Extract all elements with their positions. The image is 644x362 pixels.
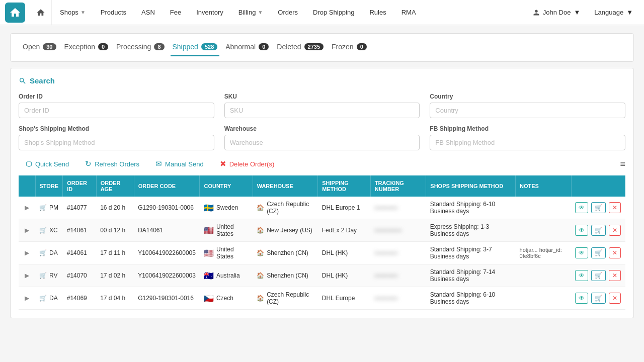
delete-icon: ✖ xyxy=(220,159,226,168)
shop-shipping-input[interactable] xyxy=(19,135,214,150)
row-shipping-method: FedEx 2 Day xyxy=(318,219,371,242)
billing-caret-icon: ▼ xyxy=(258,10,263,15)
row-delete-button[interactable]: ✕ xyxy=(609,270,621,281)
row-delete-button[interactable]: ✕ xyxy=(609,225,621,236)
country-flag-icon: 🇦🇺 xyxy=(204,271,214,281)
row-expand-button[interactable]: ▶ xyxy=(23,294,31,303)
row-view-button[interactable]: 👁 xyxy=(575,202,588,213)
row-view-button[interactable]: 👁 xyxy=(575,270,588,281)
nav-shops[interactable]: Shops ▼ xyxy=(53,0,93,25)
tab-shipped[interactable]: Shipped 528 xyxy=(171,40,220,56)
table-row: ▶ 🛒 PM #14077 16 d 20 h G1290-190301-000… xyxy=(19,197,625,219)
table-row: ▶ 🛒 DA #14069 17 d 04 h G1290-190301-001… xyxy=(19,287,625,310)
order-id-group: Order ID xyxy=(19,93,214,118)
quick-send-icon: ⬡ xyxy=(26,159,32,168)
warehouse-group: Warehouse xyxy=(224,125,420,150)
nav-orders[interactable]: Orders xyxy=(271,0,305,25)
row-view-button[interactable]: 👁 xyxy=(575,293,588,304)
col-tracking-number: TRACKING NUMBER xyxy=(370,175,426,197)
row-warehouse: 🏠 Czech Republic (CZ) xyxy=(253,197,318,219)
row-delete-button[interactable]: ✕ xyxy=(609,247,621,258)
quick-send-button[interactable]: ⬡ Quick Send xyxy=(19,156,76,171)
delete-orders-button[interactable]: ✖ Delete Order(s) xyxy=(213,156,282,171)
logo[interactable] xyxy=(5,3,25,23)
warehouse-input[interactable] xyxy=(224,135,420,150)
nav-products[interactable]: Products xyxy=(94,0,133,25)
nav-rma[interactable]: RMA xyxy=(394,0,423,25)
row-country: 🇦🇺 Australia xyxy=(200,264,253,287)
table-header-row: STORE ORDER ID ORDER AGE ORDER CODE COUN… xyxy=(19,175,625,197)
warehouse-icon: 🏠 xyxy=(257,272,264,279)
tabs-bar: Open 30 Exception 0 Processing 8 Shipped… xyxy=(10,33,634,62)
row-shipping-method: DHL Europe 1 xyxy=(318,197,371,219)
row-tracking-number: •••••••••••• xyxy=(370,197,426,219)
home-nav-item[interactable] xyxy=(30,0,52,25)
tab-frozen[interactable]: Frozen 0 xyxy=(330,40,369,56)
row-expand-cell: ▶ xyxy=(19,264,35,287)
row-action-buttons: 👁 🛒 ✕ xyxy=(571,219,625,242)
col-order-code: ORDER CODE xyxy=(134,175,200,197)
row-expand-button[interactable]: ▶ xyxy=(23,271,31,280)
row-shop-shipping: Standard Shipping: 6-10 Business days xyxy=(426,287,516,310)
nav-inventory[interactable]: Inventory xyxy=(189,0,230,25)
sku-input[interactable] xyxy=(224,103,420,118)
row-view-button[interactable]: 👁 xyxy=(575,225,588,236)
tab-abnormal[interactable]: Abnormal 0 xyxy=(223,40,271,56)
row-notes xyxy=(516,287,572,310)
order-id-input[interactable] xyxy=(19,103,214,118)
tab-processing[interactable]: Processing 8 xyxy=(114,40,166,56)
tab-deleted[interactable]: Deleted 2735 xyxy=(275,40,326,56)
col-order-age: ORDER AGE xyxy=(96,175,134,197)
row-country: 🇺🇸 United States xyxy=(200,219,253,242)
row-order-age: 17 d 04 h xyxy=(96,287,134,310)
column-toggle-button[interactable]: ≡ xyxy=(620,159,625,169)
nav-billing[interactable]: Billing ▼ xyxy=(231,0,270,25)
row-expand-button[interactable]: ▶ xyxy=(23,226,31,235)
row-shop-shipping: Standard Shipping: 3-7 Business days xyxy=(426,242,516,264)
language-menu[interactable]: Language ▼ xyxy=(588,0,639,25)
row-delete-button[interactable]: ✕ xyxy=(609,202,621,213)
table-row: ▶ 🛒 RV #14070 17 d 02 h Y100641902260000… xyxy=(19,264,625,287)
nav-rules[interactable]: Rules xyxy=(362,0,393,25)
row-order-id: #14061 xyxy=(63,242,96,264)
country-input[interactable] xyxy=(430,103,625,118)
row-cart-button[interactable]: 🛒 xyxy=(591,202,606,213)
row-expand-button[interactable]: ▶ xyxy=(23,203,31,212)
main-content: Search Order ID SKU Country Shop's Shipp… xyxy=(10,68,634,318)
col-store: STORE xyxy=(35,175,63,197)
user-menu[interactable]: John Doe ▼ xyxy=(527,0,587,25)
row-tracking-number: •••••••••••• xyxy=(370,264,426,287)
row-tracking-number: •••••••••••• xyxy=(370,242,426,264)
row-shipping-method: DHL (HK) xyxy=(318,242,371,264)
actions-bar: ⬡ Quick Send ↻ Refresh Orders ✉ Manual S… xyxy=(19,150,625,175)
row-order-code: DA14061 xyxy=(134,219,200,242)
navbar: Shops ▼ Products ASN Fee Inventory Billi… xyxy=(0,0,644,25)
row-warehouse: 🏠 Shenzhen (CN) xyxy=(253,242,318,264)
row-store: 🛒 PM xyxy=(35,197,63,219)
row-delete-button[interactable]: ✕ xyxy=(609,293,621,304)
table-row: ▶ 🛒 DA #14061 17 d 11 h Y100641902260000… xyxy=(19,242,625,264)
row-cart-button[interactable]: 🛒 xyxy=(591,225,606,236)
row-view-button[interactable]: 👁 xyxy=(575,247,588,258)
lang-caret-icon: ▼ xyxy=(626,9,633,16)
nav-asn[interactable]: ASN xyxy=(134,0,162,25)
nav-drop-shipping[interactable]: Drop Shipping xyxy=(306,0,361,25)
row-action-buttons: 👁 🛒 ✕ xyxy=(571,264,625,287)
row-store: 🛒 DA xyxy=(35,242,63,264)
row-cart-button[interactable]: 🛒 xyxy=(591,270,606,281)
country-flag-icon: 🇸🇪 xyxy=(204,203,214,213)
row-order-id: #14061 xyxy=(63,219,96,242)
nav-fee[interactable]: Fee xyxy=(163,0,188,25)
row-notes: hotjar... hotjar_id: 0fe8bf6c xyxy=(516,242,572,264)
row-expand-button[interactable]: ▶ xyxy=(23,248,31,257)
manual-send-button[interactable]: ✉ Manual Send xyxy=(148,156,211,171)
tab-exception[interactable]: Exception 0 xyxy=(62,40,111,56)
row-cart-button[interactable]: 🛒 xyxy=(591,247,606,258)
fb-shipping-input[interactable] xyxy=(430,135,625,150)
row-cart-button[interactable]: 🛒 xyxy=(591,293,606,304)
col-expand xyxy=(19,175,35,197)
tab-open[interactable]: Open 30 xyxy=(21,40,58,56)
row-order-age: 16 d 20 h xyxy=(96,197,134,219)
row-tracking-number: •••••••••••• xyxy=(370,287,426,310)
refresh-orders-button[interactable]: ↻ Refresh Orders xyxy=(78,156,146,171)
